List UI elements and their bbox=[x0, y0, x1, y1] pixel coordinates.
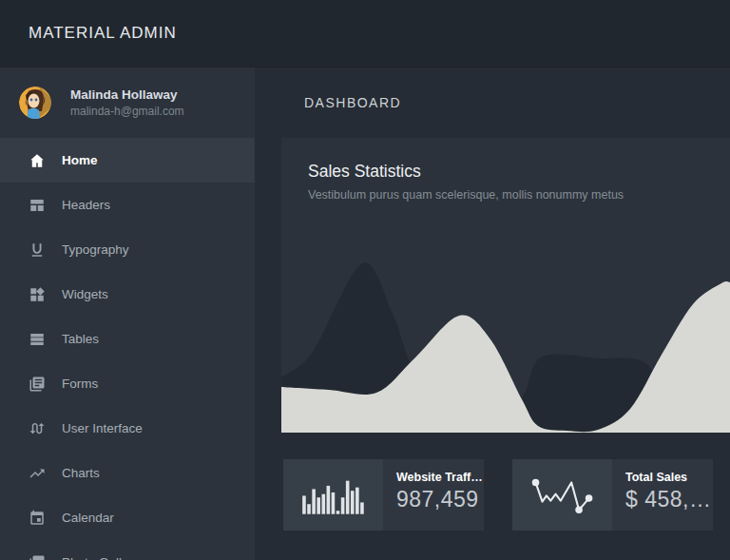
sidebar-item-user-interface[interactable]: User Interface bbox=[0, 406, 255, 451]
line-sparkline-svg bbox=[519, 464, 606, 527]
page-header: DASHBOARD bbox=[255, 67, 730, 138]
user-profile[interactable]: Malinda Hollaway malinda-h@gmail.com bbox=[0, 67, 255, 138]
sidebar-item-photo-gallery[interactable]: Photo Gallery bbox=[0, 540, 255, 560]
card-header: Sales Statistics Vestibulum purus quam s… bbox=[281, 138, 730, 202]
widgets-icon bbox=[29, 286, 46, 303]
sidebar-item-tables[interactable]: Tables bbox=[0, 317, 255, 361]
sidebar-menu: Home Headers Typography Widgets Tables bbox=[0, 138, 255, 560]
line-sparkline-icon bbox=[512, 459, 612, 531]
profile-meta: Malinda Hollaway malinda-h@gmail.com bbox=[70, 87, 184, 118]
card-title: Sales Statistics bbox=[308, 162, 703, 182]
sidebar-item-widgets[interactable]: Widgets bbox=[0, 272, 255, 317]
user-avatar bbox=[19, 87, 51, 119]
calendar-icon bbox=[29, 510, 46, 527]
home-icon bbox=[29, 152, 46, 169]
website-traffic-widget[interactable]: Website Traff… 987,459 bbox=[283, 459, 484, 531]
sidebar-item-label: Charts bbox=[62, 466, 100, 480]
top-navbar: MATERIAL ADMIN bbox=[0, 0, 730, 67]
sidebar-item-label: Widgets bbox=[62, 287, 108, 301]
sidebar-item-label: Forms bbox=[62, 377, 98, 391]
sidebar-item-label: Tables bbox=[62, 332, 99, 346]
main-content: DASHBOARD Sales Statistics Vestibulum pu… bbox=[255, 67, 730, 560]
swap-calls-icon bbox=[29, 420, 46, 437]
sidebar-item-label: Headers bbox=[62, 198, 110, 212]
sidebar-item-typography[interactable]: Typography bbox=[0, 227, 255, 272]
total-sales-widget[interactable]: Total Sales $ 458,… bbox=[512, 459, 713, 531]
bar-sparkline-icon bbox=[283, 459, 383, 531]
bar-sparkline-svg bbox=[290, 464, 377, 527]
profile-email: malinda-h@gmail.com bbox=[70, 105, 184, 118]
sidebar-item-home[interactable]: Home bbox=[0, 138, 255, 183]
trending-up-icon bbox=[29, 465, 46, 482]
stat-label: Website Traff… bbox=[396, 471, 484, 484]
stat-value: 987,459 bbox=[396, 487, 484, 512]
stat-body: Total Sales $ 458,… bbox=[612, 459, 713, 531]
sidebar-item-label: Typography bbox=[62, 242, 129, 257]
sidebar-item-charts[interactable]: Charts bbox=[0, 451, 255, 495]
sidebar-item-forms[interactable]: Forms bbox=[0, 361, 255, 406]
sidebar-item-label: Calendar bbox=[62, 511, 114, 525]
photo-icon bbox=[29, 554, 46, 560]
headers-icon bbox=[29, 197, 46, 214]
sidebar-item-label: Photo Gallery bbox=[62, 555, 140, 560]
sidebar-item-calendar[interactable]: Calendar bbox=[0, 495, 255, 540]
avatar-illustration bbox=[19, 87, 51, 119]
table-rows-icon bbox=[29, 331, 46, 348]
stats-row: Website Traff… 987,459 Total Sales $ 458… bbox=[283, 459, 730, 531]
sidebar: Malinda Hollaway malinda-h@gmail.com Hom… bbox=[0, 67, 255, 560]
card-subtitle: Vestibulum purus quam scelerisque, molli… bbox=[308, 188, 703, 202]
page-title: DASHBOARD bbox=[304, 95, 401, 110]
stat-body: Website Traff… 987,459 bbox=[383, 459, 484, 531]
sidebar-item-label: User Interface bbox=[62, 421, 143, 435]
sales-area-chart bbox=[281, 219, 730, 433]
app-window: MATERIAL ADMIN bbox=[0, 0, 730, 560]
forms-icon bbox=[29, 376, 46, 393]
underline-icon bbox=[29, 241, 46, 259]
sidebar-item-headers[interactable]: Headers bbox=[0, 183, 255, 227]
sidebar-item-label: Home bbox=[62, 153, 98, 167]
layout-shell: Malinda Hollaway malinda-h@gmail.com Hom… bbox=[0, 67, 730, 560]
sales-statistics-card: Sales Statistics Vestibulum purus quam s… bbox=[281, 138, 730, 433]
stat-label: Total Sales bbox=[625, 471, 713, 484]
stat-value: $ 458,… bbox=[625, 487, 713, 512]
profile-name: Malinda Hollaway bbox=[70, 87, 184, 102]
brand-title: MATERIAL ADMIN bbox=[29, 24, 177, 43]
